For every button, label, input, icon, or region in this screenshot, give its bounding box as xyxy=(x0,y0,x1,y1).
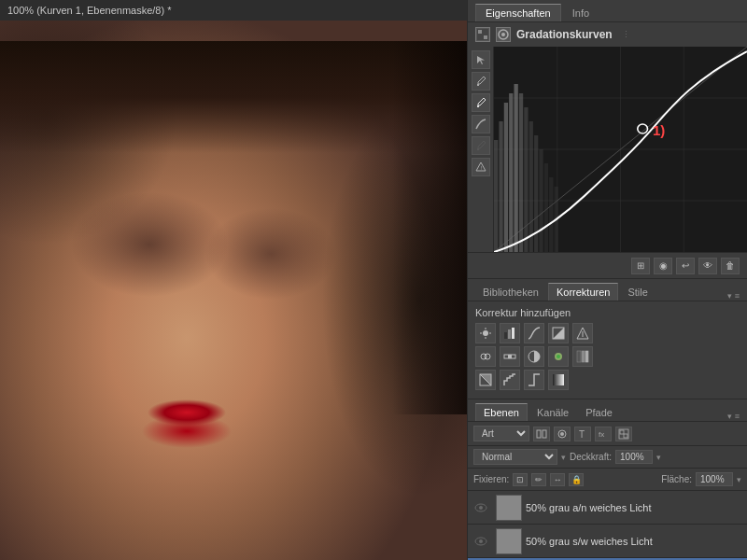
layer-item-1[interactable]: 50% grau a/n weiches Licht xyxy=(468,491,747,525)
svg-text:!: ! xyxy=(480,165,482,171)
korr-icon-levels[interactable] xyxy=(500,323,520,343)
korr-icon-vibrance[interactable] xyxy=(572,323,593,343)
svg-rect-20 xyxy=(509,93,513,252)
curves-bottom: ⊞ ◉ ↩ 👁 🗑 xyxy=(468,252,747,278)
fix-icon-checker[interactable]: ⊡ xyxy=(513,473,528,486)
layer-icon-text[interactable]: T xyxy=(574,427,591,441)
layer-1-thumb xyxy=(496,495,522,521)
layer-icon-adjust[interactable] xyxy=(615,427,632,441)
svg-rect-17 xyxy=(494,140,498,252)
layer-item-2[interactable]: 50% grau s/w weiches Licht xyxy=(468,525,747,558)
svg-rect-2 xyxy=(484,35,487,39)
fix-icon-lock[interactable]: 🔒 xyxy=(569,473,584,486)
tab-pfade[interactable]: Pfade xyxy=(578,404,620,421)
opacity-arrow: ▾ xyxy=(656,453,661,462)
curves-tool-pointer[interactable] xyxy=(472,50,490,69)
blend-arrow: ▾ xyxy=(561,453,566,462)
svg-rect-52 xyxy=(582,351,585,362)
tab-stile[interactable]: Stile xyxy=(620,284,655,301)
layer-2-thumb xyxy=(496,528,522,554)
layer-icon-link[interactable] xyxy=(533,427,550,441)
korr-icon-gradient[interactable] xyxy=(548,370,569,390)
korr-icon-threshold[interactable] xyxy=(524,370,544,390)
korr-icon-hsl[interactable] xyxy=(475,346,496,367)
svg-rect-19 xyxy=(504,103,508,252)
korrekturen-title: Korrektur hinzufügen xyxy=(475,307,740,318)
layers-tabs: Ebenen Kanäle Pfade ▾ ≡ xyxy=(468,399,747,422)
curves-content: ! xyxy=(468,47,747,252)
korr-icon-exposure[interactable] xyxy=(548,323,569,343)
layers-tabs-arrow: ▾ ≡ xyxy=(727,412,740,421)
korr-icon-photofilter[interactable] xyxy=(548,346,569,367)
layer-2-name: 50% grau s/w weiches Licht xyxy=(526,536,741,547)
svg-point-60 xyxy=(560,432,564,436)
svg-rect-57 xyxy=(537,430,541,438)
curves-btn-grid[interactable]: ⊞ xyxy=(631,258,650,274)
curves-tool-eyedropper1[interactable] xyxy=(472,72,490,91)
korrekturen-row-3 xyxy=(475,370,740,390)
curves-btn-visibility[interactable]: 👁 xyxy=(698,258,717,274)
layer-icon-fx[interactable]: fx xyxy=(595,427,612,441)
svg-rect-27 xyxy=(544,163,548,252)
tab-kanaele[interactable]: Kanäle xyxy=(529,404,576,421)
title-bar: 100% (Kurven 1, Ebenenmaske/8) * xyxy=(0,0,467,21)
svg-rect-39 xyxy=(512,328,514,339)
panel-resize-handle[interactable]: ⋮ xyxy=(622,30,630,39)
curves-graph[interactable]: 1) xyxy=(494,47,747,252)
curves-btn-eye[interactable]: ◉ xyxy=(654,258,672,274)
curves-tool-curve[interactable] xyxy=(472,115,490,133)
curves-header-icon xyxy=(475,27,490,42)
layers-toolbar: Art T fx xyxy=(468,422,747,446)
curves-header: Gradationskurven ⋮ xyxy=(468,22,747,47)
svg-rect-58 xyxy=(543,430,546,438)
flaeche-arrow: ▾ xyxy=(737,475,741,484)
tab-info[interactable]: Info xyxy=(563,4,599,21)
curves-tool-warning[interactable]: ! xyxy=(472,158,490,176)
svg-rect-64 xyxy=(620,430,624,434)
tab-korrekturen[interactable]: Korrekturen xyxy=(548,283,618,301)
korrekturen-row-2 xyxy=(475,346,740,367)
layer-2-visibility[interactable] xyxy=(473,534,488,549)
curves-btn-undo[interactable]: ↩ xyxy=(676,258,695,274)
tab-eigenschaften[interactable]: Eigenschaften xyxy=(475,4,561,21)
layer-1-visibility[interactable] xyxy=(473,500,488,515)
korr-icon-bw[interactable] xyxy=(524,346,544,367)
layer-icon-mask[interactable] xyxy=(554,427,571,441)
svg-rect-7 xyxy=(477,148,479,150)
svg-text:1): 1) xyxy=(653,123,666,137)
fix-icon-pen[interactable]: ✏ xyxy=(531,473,546,486)
right-panel: Eigenschaften Info xyxy=(467,0,747,560)
layer-1-name: 50% grau a/n weiches Licht xyxy=(526,502,741,513)
svg-point-32 xyxy=(483,330,488,336)
svg-rect-18 xyxy=(499,121,502,252)
svg-point-50 xyxy=(557,355,560,358)
curves-btn-delete[interactable]: 🗑 xyxy=(721,258,740,274)
curves-tool-eyedropper2[interactable] xyxy=(472,93,490,112)
svg-marker-41 xyxy=(553,328,564,339)
korr-icon-brightness[interactable] xyxy=(475,323,496,343)
svg-rect-65 xyxy=(624,434,627,438)
korr-icon-invert[interactable] xyxy=(475,370,496,390)
svg-rect-26 xyxy=(539,149,543,252)
lib-tabs-arrow: ▾ ≡ xyxy=(727,291,740,301)
korr-icon-curves[interactable] xyxy=(524,323,544,343)
fix-label: Fixieren: xyxy=(473,474,509,484)
title-text: 100% (Kurven 1, Ebenenmaske/8) * xyxy=(7,5,172,16)
photo-area: 100% (Kurven 1, Ebenenmaske/8) * xyxy=(0,0,467,560)
layers-list: 50% grau a/n weiches Licht 50% grau s/w … xyxy=(468,491,747,560)
flaeche-input[interactable] xyxy=(696,472,733,486)
library-tabs: Bibliotheken Korrekturen Stile ▾ ≡ xyxy=(468,279,747,301)
korr-icon-colorbalance[interactable] xyxy=(500,346,520,367)
svg-marker-55 xyxy=(480,374,491,385)
tab-ebenen[interactable]: Ebenen xyxy=(475,403,528,421)
tab-bibliotheken[interactable]: Bibliotheken xyxy=(475,284,546,301)
blend-mode-select[interactable]: Normal xyxy=(473,449,557,465)
svg-point-4 xyxy=(501,33,505,36)
fix-icon-move[interactable]: ↔ xyxy=(550,473,565,486)
opacity-input[interactable] xyxy=(615,450,653,464)
korr-icon-posterize[interactable] xyxy=(500,370,520,390)
curves-tool-eyedropper3[interactable] xyxy=(472,136,490,155)
blend-row: Normal ▾ Deckkraft: ▾ xyxy=(468,446,747,469)
korr-icon-channelmixer[interactable] xyxy=(572,346,593,367)
layer-type-select[interactable]: Art xyxy=(473,426,529,441)
